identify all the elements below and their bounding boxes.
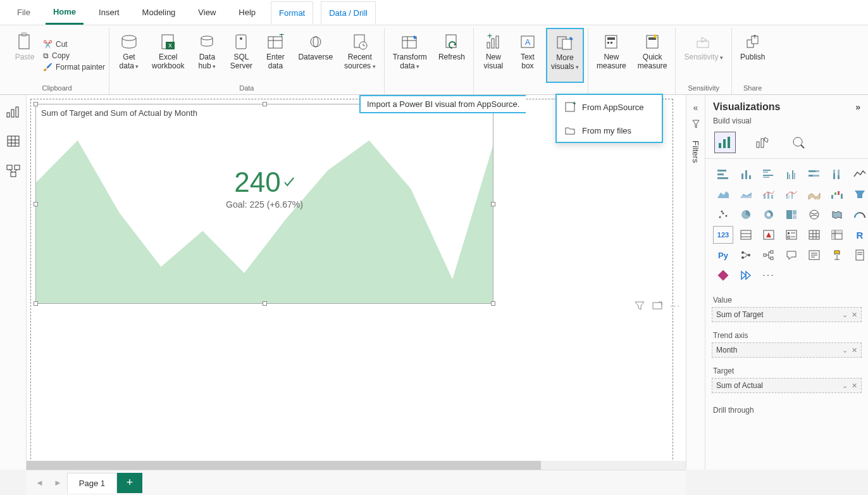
donut-icon[interactable]	[759, 206, 779, 223]
chevron-down-icon[interactable]: ⌄	[842, 311, 848, 319]
paginated-report-icon[interactable]	[850, 246, 868, 264]
area-chart-icon[interactable]	[713, 185, 733, 203]
table-icon[interactable]	[804, 226, 824, 244]
slicer-icon[interactable]	[781, 226, 802, 244]
scatter-icon[interactable]	[713, 206, 733, 223]
build-visual-tab[interactable]	[714, 132, 736, 153]
card-icon[interactable]: 123	[713, 226, 733, 244]
model-view-icon[interactable]	[6, 165, 20, 177]
add-page-button[interactable]: +	[117, 473, 142, 493]
qa-visual-icon[interactable]	[781, 246, 802, 264]
100-stacked-bar-icon[interactable]	[804, 165, 824, 183]
map-icon[interactable]	[804, 206, 824, 223]
field-well-trend[interactable]: Month⌄✕	[712, 342, 862, 358]
data-view-icon[interactable]	[7, 135, 20, 147]
tab-format[interactable]: Format	[271, 1, 313, 24]
stacked-area-icon[interactable]	[736, 185, 756, 203]
smart-narrative-icon[interactable]	[804, 246, 824, 264]
expand-filters-icon[interactable]: «	[693, 103, 698, 113]
line-stacked-column-icon[interactable]	[759, 185, 779, 203]
dataverse-button[interactable]: Dataverse	[294, 28, 337, 83]
expand-pane-icon[interactable]: »	[855, 102, 860, 112]
field-well-value[interactable]: Sum of Target⌄✕	[712, 307, 862, 322]
ribbon-chart-icon[interactable]	[804, 185, 824, 203]
text-box-button[interactable]: AText box	[512, 28, 543, 83]
waterfall-icon[interactable]	[827, 185, 847, 203]
chevron-down-icon[interactable]: ⌄	[842, 382, 848, 390]
format-painter-button[interactable]: 🖌️Format painter	[43, 63, 105, 72]
format-visual-tab[interactable]	[751, 132, 772, 153]
py-visual-icon[interactable]: Py	[713, 246, 733, 264]
stacked-bar-icon[interactable]	[713, 165, 733, 183]
treemap-icon[interactable]	[781, 206, 802, 223]
kpi-icon[interactable]	[759, 226, 779, 244]
decomposition-tree-icon[interactable]	[759, 246, 779, 264]
tab-file[interactable]: File	[9, 1, 38, 23]
more-visuals-button[interactable]: More visuals	[546, 28, 584, 83]
from-my-files-item[interactable]: From my files	[557, 119, 662, 142]
power-apps-icon[interactable]	[713, 266, 733, 284]
line-clustered-column-icon[interactable]	[781, 185, 802, 203]
enter-data-button[interactable]: +Enter data	[259, 28, 291, 83]
tab-home[interactable]: Home	[46, 1, 84, 25]
prev-page-icon[interactable]: ◄	[30, 474, 49, 491]
filled-map-icon[interactable]	[827, 206, 847, 223]
remove-field-icon[interactable]: ✕	[852, 346, 857, 354]
copy-button[interactable]: ⧉Copy	[43, 51, 105, 60]
recent-sources-button[interactable]: Recent sources	[340, 28, 380, 83]
tab-datadrill[interactable]: Data / Drill	[321, 1, 376, 24]
clustered-column-icon[interactable]	[781, 165, 802, 183]
focus-mode-icon[interactable]	[652, 301, 662, 311]
svg-marker-109	[766, 232, 771, 237]
tab-insert[interactable]: Insert	[91, 1, 127, 23]
power-automate-icon[interactable]	[736, 266, 756, 284]
filter-icon[interactable]	[635, 301, 645, 311]
excel-workbook-button[interactable]: XExcel workbook	[147, 28, 189, 83]
paste-button[interactable]: Paste	[9, 28, 40, 83]
quick-measure-button[interactable]: Quick measure	[633, 28, 672, 83]
gauge-icon[interactable]	[850, 206, 868, 223]
data-hub-button[interactable]: Data hub	[191, 28, 223, 83]
svg-rect-52	[723, 139, 726, 148]
100-stacked-column-icon[interactable]	[827, 165, 847, 183]
analytics-tab[interactable]	[788, 132, 809, 153]
tab-help[interactable]: Help	[231, 1, 263, 23]
sensitivity-button[interactable]: Sensitivity	[679, 28, 728, 83]
svg-marker-93	[855, 191, 865, 198]
funnel-icon[interactable]	[850, 185, 868, 203]
remove-field-icon[interactable]: ✕	[852, 382, 857, 390]
stacked-column-icon[interactable]	[736, 165, 756, 183]
transform-data-button[interactable]: Transform data	[388, 28, 431, 83]
multirow-card-icon[interactable]	[736, 226, 756, 244]
from-appsource-item[interactable]: + From AppSource	[557, 95, 662, 119]
report-canvas[interactable]: Sum of Target and Sum of Actual by Month…	[27, 95, 686, 470]
filters-pane-collapsed[interactable]: « Filters	[686, 95, 705, 470]
sql-server-button[interactable]: SQL Server	[225, 28, 257, 83]
goals-icon[interactable]	[827, 246, 847, 264]
tab-modeling[interactable]: Modeling	[135, 1, 183, 23]
new-visual-button[interactable]: +New visual	[478, 28, 509, 83]
svg-rect-39	[8, 136, 19, 146]
tab-view[interactable]: View	[190, 1, 223, 23]
cut-button[interactable]: ✂️Cut	[43, 40, 105, 49]
new-measure-button[interactable]: New measure	[592, 28, 631, 83]
publish-button[interactable]: Publish	[736, 28, 769, 83]
refresh-button[interactable]: Refresh	[434, 28, 469, 83]
r-visual-icon[interactable]: R	[850, 226, 868, 244]
canvas-scrollbar[interactable]	[27, 461, 686, 470]
get-data-button[interactable]: Get data	[113, 28, 145, 83]
pie-icon[interactable]	[736, 206, 756, 223]
report-view-icon[interactable]	[6, 106, 20, 118]
next-page-icon[interactable]: ►	[49, 474, 67, 491]
line-chart-icon[interactable]	[850, 165, 868, 183]
matrix-icon[interactable]	[827, 226, 847, 244]
field-well-target[interactable]: Sum of Actual⌄✕	[712, 378, 862, 393]
kpi-visual[interactable]: Sum of Target and Sum of Actual by Month…	[35, 104, 493, 304]
key-influencers-icon[interactable]	[736, 246, 756, 264]
more-options-icon[interactable]: ···	[670, 301, 681, 311]
remove-field-icon[interactable]: ✕	[852, 311, 857, 319]
page-tab-1[interactable]: Page 1	[67, 473, 117, 493]
chevron-down-icon[interactable]: ⌄	[842, 346, 848, 354]
clustered-bar-icon[interactable]	[759, 165, 779, 183]
get-more-visuals-icon[interactable]: ···	[759, 266, 779, 284]
